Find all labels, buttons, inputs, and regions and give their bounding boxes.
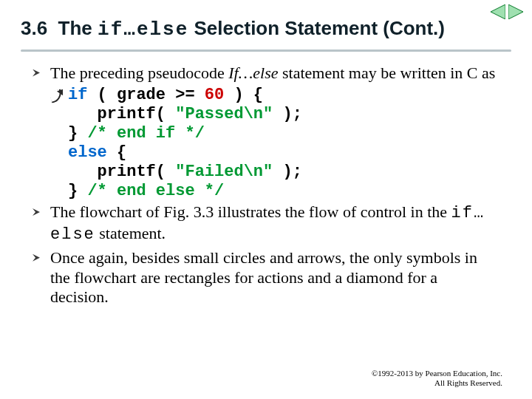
title-divider bbox=[21, 50, 511, 52]
title-heading: 3.6 The if…else Selection Statement (Con… bbox=[21, 16, 511, 42]
code-line-6: } /* end else */ bbox=[68, 182, 499, 201]
code-line-4: else { bbox=[68, 143, 499, 163]
bullet-3: Once again, besides small circles and ar… bbox=[33, 248, 499, 307]
svg-marker-0 bbox=[491, 4, 505, 19]
section-number: 3.6 bbox=[21, 17, 47, 39]
code-line-3: } /* end if */ bbox=[68, 124, 499, 143]
nav-prev-icon[interactable] bbox=[489, 4, 505, 19]
svg-marker-1 bbox=[508, 4, 523, 19]
title-mono: if…else bbox=[98, 18, 188, 41]
ifelse-ital: If…else bbox=[228, 64, 278, 82]
code-line-5: printf( "Failed\n" ); bbox=[68, 163, 499, 182]
copyright-footer: ©1992-2013 by Pearson Education, Inc. Al… bbox=[372, 369, 502, 389]
code-line-1: if ( grade >= 60 ) { bbox=[68, 86, 499, 105]
code-block: if ( grade >= 60 ) { printf( "Passed\n" … bbox=[33, 86, 499, 201]
slide-title: 3.6 The if…else Selection Statement (Con… bbox=[0, 0, 532, 47]
copyright-line-2: All Rights Reserved. bbox=[372, 378, 502, 389]
copyright-line-1: ©1992-2013 by Pearson Education, Inc. bbox=[372, 369, 502, 379]
nav-arrows bbox=[489, 4, 525, 19]
bullet-2: The flowchart of Fig. 3.3 illustrates th… bbox=[33, 202, 499, 245]
bullet-1: The preceding pseudocode If…else stateme… bbox=[33, 64, 499, 83]
nav-next-icon[interactable] bbox=[508, 4, 525, 19]
slide-body: The preceding pseudocode If…else stateme… bbox=[0, 59, 532, 308]
code-line-2: printf( "Passed\n" ); bbox=[68, 105, 499, 124]
